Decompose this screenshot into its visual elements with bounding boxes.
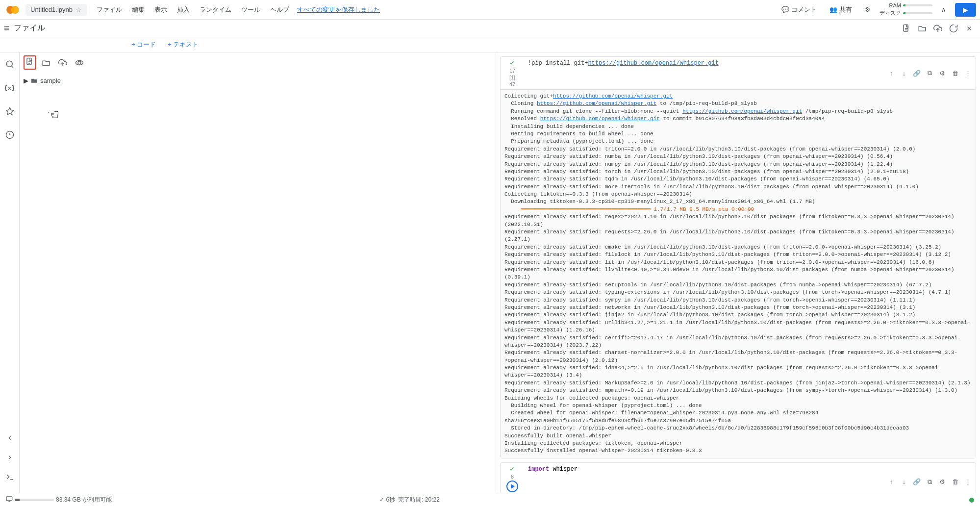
left-icon-strip: {x} [0,52,20,493]
file-section-title: ファイル [14,23,45,33]
import-keyword: import [528,466,549,473]
status-center: ✓ 6秒 完了時間: 20:22 [379,496,440,504]
cell-1-number-bottom: 47 [509,81,515,87]
comment-label: コメント [791,5,817,14]
move-up-icon-2[interactable]: ↑ [885,476,897,488]
move-down-icon-2[interactable]: ↓ [898,476,910,488]
cell-1-number: [1] [509,75,515,80]
cursor-hand: ☜ [47,106,59,123]
svg-rect-21 [6,497,12,501]
snippets-sidebar-icon[interactable] [2,103,18,119]
menu-help[interactable]: ヘルプ [266,3,293,16]
saved-status: すべての変更を保存しました [297,5,380,14]
colab-logo [4,1,22,19]
chevron-up-icon: ∧ [941,6,946,13]
svg-line-9 [11,66,13,67]
more-cell-icon[interactable]: ⋮ [962,67,974,79]
file-tree-item[interactable]: ▶ sample [20,75,496,86]
cell-1: ✓ 17 [1] 47 !pip install git+https://git… [500,56,976,458]
settings-cell-icon-2[interactable]: ⚙ [936,476,948,488]
second-toolbar: ≡ ファイル [0,20,980,37]
ram-label: RAM [889,2,901,8]
folder-icon[interactable] [39,56,53,70]
connection-dot [969,498,974,503]
menu-tools[interactable]: ツール [237,3,264,16]
run-button[interactable]: ▶ [955,3,976,17]
link-cell-icon[interactable]: 🔗 [911,67,923,79]
drive-mount-icon[interactable] [73,56,86,70]
cell-1-checkmark: ✓ [509,59,515,67]
ram-fill [903,4,905,6]
menu-insert[interactable]: 挿入 [173,3,194,16]
delete-cell-icon[interactable]: 🗑 [949,67,961,79]
cell-1-left: ✓ 17 [1] 47 [501,57,524,89]
upload-file-icon[interactable] [56,56,70,70]
pip-cmd: !pip install git+ [528,60,588,67]
cell-2-number-top: 8 [511,474,514,480]
variables-sidebar-icon[interactable]: {x} [2,80,18,96]
cell-2-code[interactable]: import whisper [524,463,883,493]
cell-1-output: Collecting git+https://github.com/openai… [501,89,976,458]
delete-cell-icon-2[interactable]: 🗑 [949,476,961,488]
top-right-actions: 💬 コメント 👥 共有 ⚙ RAM ディスク [778,2,976,17]
more-cell-icon-2[interactable]: ⋮ [962,476,974,488]
pip-url[interactable]: https://github.com/openai/whisper.git [588,60,718,67]
disk-bar [903,12,932,14]
file-browser: ▶ sample ☜ [20,52,496,493]
add-text-button[interactable]: + テキスト [164,39,202,50]
menu-runtime[interactable]: ランタイム [196,3,235,16]
link-cell-icon-2[interactable]: 🔗 [911,476,923,488]
cell-1-code[interactable]: !pip install git+https://github.com/open… [524,57,883,89]
hamburger-menu[interactable]: ≡ [4,23,10,34]
settings-button[interactable]: ⚙ [861,4,875,15]
menu-edit[interactable]: 編集 [128,3,149,16]
file-tree: ▶ sample [20,73,496,88]
run-cell-button[interactable] [506,481,518,492]
main-layout: {x} [0,52,980,493]
add-cell-bar: + コード + テキスト [0,37,980,52]
upload-icon[interactable] [931,22,945,35]
new-folder-icon[interactable] [915,22,929,35]
notebook-tab[interactable]: Untitled1.ipynb ☆ [25,4,87,16]
cell-1-toolbar: ↑ ↓ 🔗 ⧉ ⚙ 🗑 ⋮ [883,57,976,89]
add-code-button[interactable]: + コード [127,39,160,50]
menu-view[interactable]: 表示 [151,3,171,16]
notebook-area: ✓ 17 [1] 47 !pip install git+https://git… [496,52,980,493]
nav-left-icon[interactable] [2,430,18,446]
import-module: whisper [553,466,577,473]
search-sidebar-icon[interactable] [2,56,18,72]
copy-cell-icon-2[interactable]: ⧉ [924,476,935,488]
cell-2-checkmark: ✓ [509,465,515,473]
close-sidebar-icon[interactable] [962,22,976,35]
new-file-highlighted-icon[interactable] [24,55,36,70]
status-right [969,498,974,503]
new-file-icon[interactable] [900,22,913,35]
menu-bar: ファイル 編集 表示 挿入 ランタイム ツール ヘルプ すべての変更を保存しまし… [93,3,380,16]
cell-2-toolbar: ↑ ↓ 🔗 ⧉ ⚙ 🗑 ⋮ [883,463,976,493]
share-button[interactable]: 👥 共有 [826,3,856,16]
star-icon[interactable]: ☆ [75,6,82,14]
top-bar: Untitled1.ipynb ☆ ファイル 編集 表示 挿入 ランタイム ツー… [0,0,980,20]
status-bar: 83.34 GB が利用可能 ✓ 6秒 完了時間: 20:22 [0,493,980,507]
comment-icon: 💬 [781,6,789,13]
terminal-icon[interactable] [2,469,18,485]
cell-2: ✓ 8 6 import whisper ↑ ↓ 🔗 ⧉ ⚙ 🗑 [500,462,976,493]
toc-sidebar-icon[interactable] [2,127,18,143]
complete-status: 完了時間: 20:22 [398,496,440,504]
move-up-icon[interactable]: ↑ [885,67,897,79]
notebook-title: Untitled1.ipynb [30,6,73,13]
settings-cell-icon[interactable]: ⚙ [936,67,948,79]
comment-button[interactable]: 💬 コメント [778,3,821,16]
disk-status: 83.34 GB が利用可能 [6,496,112,504]
nav-right-icon[interactable] [2,450,18,465]
drive-icon[interactable] [947,22,960,35]
sidebar-toolbar-icons [900,22,976,35]
expand-button[interactable]: ∧ [937,4,950,15]
copy-cell-icon[interactable]: ⧉ [924,67,935,79]
disk-available: 83.34 GB が利用可能 [56,496,112,504]
disk-icon [6,496,13,504]
svg-point-1 [11,6,19,14]
settings-icon: ⚙ [865,6,871,13]
menu-file[interactable]: ファイル [93,3,126,16]
move-down-icon[interactable]: ↓ [898,67,910,79]
